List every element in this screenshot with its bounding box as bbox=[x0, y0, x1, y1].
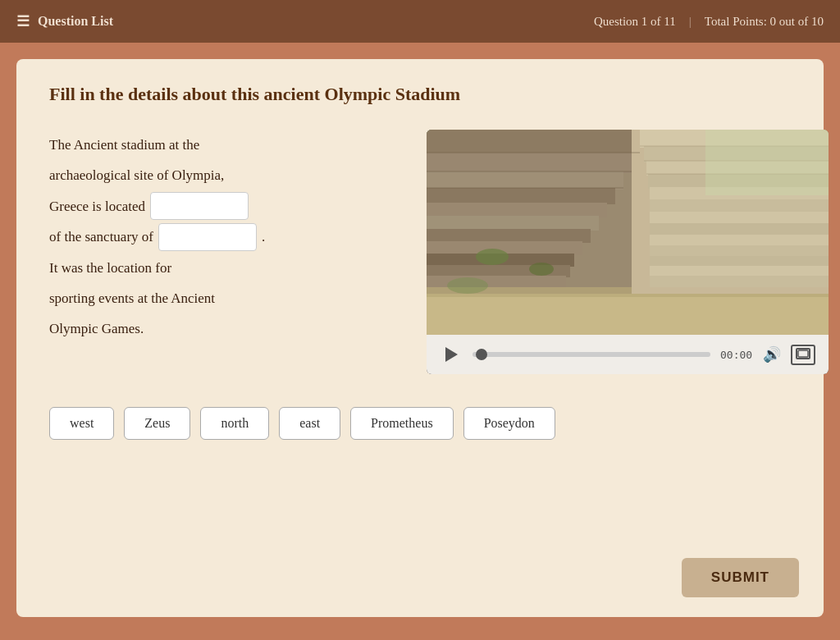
text-line-4: of the sanctuary of . bbox=[49, 222, 394, 252]
fill-blank-1[interactable] bbox=[150, 192, 249, 220]
header-right: Question 1 of 11 | Total Points: 0 out o… bbox=[594, 15, 824, 29]
svg-rect-23 bbox=[650, 223, 829, 236]
time-display: 00:00 bbox=[720, 349, 753, 361]
word-btn-poseydon[interactable]: Poseydon bbox=[463, 407, 555, 440]
text-part-1: The Ancient stadium at the bbox=[49, 130, 199, 160]
text-line-5: It was the location for bbox=[49, 253, 394, 283]
word-btn-prometheus[interactable]: Prometheus bbox=[350, 407, 454, 440]
text-part-2: archaeological site of Olympia, bbox=[49, 160, 224, 190]
total-points: Total Points: 0 out of 10 bbox=[705, 15, 824, 29]
svg-point-37 bbox=[447, 277, 488, 294]
text-part-7: Olympic Games. bbox=[49, 313, 144, 344]
video-thumbnail bbox=[427, 130, 829, 335]
svg-point-36 bbox=[529, 263, 554, 276]
svg-rect-27 bbox=[650, 266, 829, 277]
play-button[interactable] bbox=[440, 343, 463, 366]
header: ☰ Question List Question 1 of 11 | Total… bbox=[0, 0, 840, 43]
text-part-4: of the sanctuary of bbox=[49, 222, 153, 252]
word-bank: westZeusnortheastPrometheusPoseydon bbox=[49, 407, 791, 440]
word-btn-zeus[interactable]: Zeus bbox=[124, 407, 190, 440]
submit-button[interactable]: SUBMIT bbox=[682, 558, 799, 597]
text-line-2: archaeological site of Olympia, bbox=[49, 160, 394, 190]
word-btn-north[interactable]: north bbox=[200, 407, 269, 440]
text-line-7: Olympic Games. bbox=[49, 313, 394, 344]
list-icon[interactable]: ☰ bbox=[16, 12, 30, 30]
video-section: 00:00 🔊 bbox=[427, 130, 829, 374]
svg-rect-7 bbox=[427, 216, 599, 231]
text-part-6: sporting events at the Ancient bbox=[49, 283, 215, 313]
video-container: 00:00 🔊 bbox=[427, 130, 829, 374]
question-list-label: Question List bbox=[38, 14, 113, 29]
text-part-5: It was the location for bbox=[49, 253, 171, 283]
question-title: Fill in the details about this ancient O… bbox=[49, 84, 791, 105]
svg-rect-24 bbox=[650, 235, 829, 247]
text-section: The Ancient stadium at the archaeologica… bbox=[49, 130, 394, 345]
svg-rect-26 bbox=[650, 256, 829, 267]
svg-rect-40 bbox=[798, 350, 808, 357]
word-btn-west[interactable]: west bbox=[49, 407, 114, 440]
svg-rect-2 bbox=[427, 130, 640, 154]
fill-blank-2[interactable] bbox=[158, 223, 257, 251]
svg-rect-3 bbox=[427, 153, 632, 173]
text-line-6: sporting events at the Ancient bbox=[49, 283, 394, 313]
svg-rect-4 bbox=[427, 171, 623, 190]
svg-rect-25 bbox=[650, 245, 829, 258]
progress-bar[interactable] bbox=[472, 352, 710, 357]
stadium-svg bbox=[427, 130, 829, 335]
svg-rect-22 bbox=[650, 212, 829, 225]
text-part-3: Greece is located bbox=[49, 191, 145, 222]
svg-rect-6 bbox=[427, 203, 607, 217]
content-area: The Ancient stadium at the archaeologica… bbox=[49, 130, 791, 374]
svg-rect-38 bbox=[705, 130, 829, 195]
video-controls: 00:00 🔊 bbox=[427, 335, 829, 374]
svg-rect-5 bbox=[427, 188, 615, 204]
svg-rect-28 bbox=[650, 276, 829, 287]
text-part-4-end: . bbox=[262, 222, 265, 252]
header-left: ☰ Question List bbox=[16, 12, 113, 30]
question-progress: Question 1 of 11 bbox=[594, 15, 676, 29]
play-icon bbox=[445, 347, 458, 362]
svg-rect-21 bbox=[650, 199, 829, 213]
volume-button[interactable]: 🔊 bbox=[763, 345, 781, 363]
word-btn-east[interactable]: east bbox=[279, 407, 340, 440]
fullscreen-icon bbox=[796, 348, 810, 359]
text-line-1: The Ancient stadium at the bbox=[49, 130, 394, 160]
main-content: Fill in the details about this ancient O… bbox=[16, 59, 824, 617]
progress-dot bbox=[476, 349, 487, 360]
fullscreen-button[interactable] bbox=[791, 345, 815, 365]
svg-rect-8 bbox=[427, 229, 591, 243]
svg-rect-13 bbox=[427, 294, 829, 335]
text-line-3: Greece is located bbox=[49, 191, 394, 222]
svg-point-35 bbox=[476, 249, 509, 265]
